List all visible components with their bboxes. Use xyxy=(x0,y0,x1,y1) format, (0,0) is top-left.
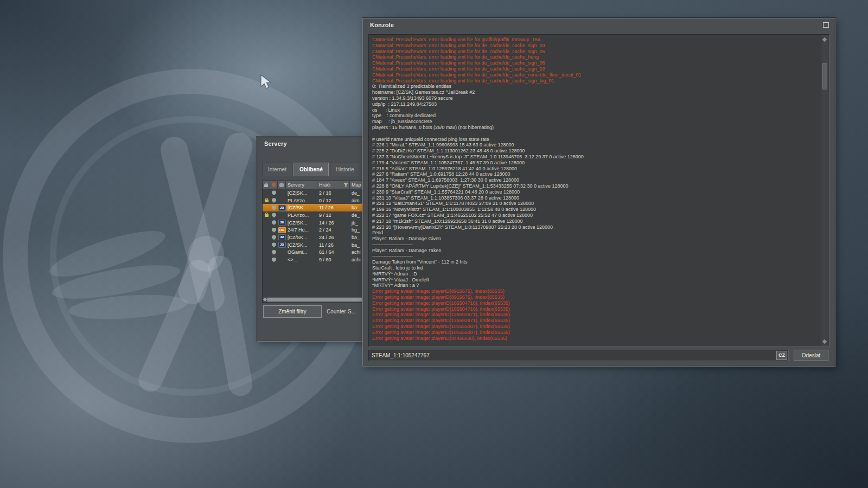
console-body: CMaterial::PrecacheVars: error loading v… xyxy=(368,34,829,347)
scroll-down-icon[interactable] xyxy=(822,339,827,344)
console-line: Error getting avatar image: playerID(165… xyxy=(372,306,818,312)
shield-icon xyxy=(272,258,276,262)
scroll-left-icon[interactable] xyxy=(263,298,267,301)
shield-icon xyxy=(272,206,276,210)
badge-cell: JB xyxy=(278,242,286,248)
console-line: CMaterial::PrecacheVars: error loading v… xyxy=(372,78,818,84)
change-filters-button[interactable]: Změnit filtry xyxy=(263,305,322,318)
server-badge: HG xyxy=(278,227,286,233)
console-line: os : Linux xyxy=(372,107,818,113)
server-players: 2 / 16 xyxy=(317,190,342,196)
password-cell xyxy=(263,198,270,202)
console-line: # userid name uniqueid connected ping lo… xyxy=(372,137,818,143)
console-line: # 217 18 "m1k3sh" STEAM_1:0:126923658 36… xyxy=(372,219,818,224)
password-column-header[interactable] xyxy=(263,181,270,189)
shield-icon xyxy=(272,183,276,188)
lock-icon xyxy=(264,184,268,187)
console-output: CMaterial::PrecacheVars: error loading v… xyxy=(369,35,821,346)
badge-cell: JB xyxy=(278,234,286,240)
console-line: # 226 1 "MoraL" STEAM_1:1:99606993 15:43… xyxy=(372,142,818,148)
shield-icon xyxy=(272,250,276,255)
console-line: Error getting avatar image: playerID(891… xyxy=(372,288,818,294)
console-input-row: STEAM_1:1:105247767 CZ Odeslat xyxy=(368,350,828,361)
bot-column-header[interactable] xyxy=(278,181,286,189)
servers-window-title: Servery xyxy=(264,140,287,147)
console-line: CMaterial::PrecacheVars: error loading v… xyxy=(372,72,818,78)
server-players: 24 / 26 xyxy=(317,235,342,240)
game-filter-label: Counter-S... xyxy=(327,309,356,314)
secure-cell xyxy=(270,258,278,262)
console-scrollbar[interactable] xyxy=(821,35,828,346)
password-cell xyxy=(263,213,270,217)
server-players: 9 / 12 xyxy=(317,213,342,218)
console-line: # 137 3 "NoCheatsNoKILL~kennyS is top :3… xyxy=(372,154,818,160)
console-line: StarCraft : lebo je to kid xyxy=(372,265,818,271)
console-line: Player: Ratiam - Damage Given xyxy=(372,236,818,242)
console-window-title: Konzole xyxy=(370,22,394,28)
secure-cell xyxy=(270,198,278,203)
server-badge: JB xyxy=(278,242,286,248)
console-line: # 222 17 "game FOX.cz" STEAM_1:1:4652510… xyxy=(372,213,818,219)
console-line: Error getting avatar image: playerID(126… xyxy=(372,318,818,324)
console-line: type : community dedicated xyxy=(372,113,818,119)
console-line: #end xyxy=(372,230,818,236)
players-column-header[interactable]: Hráči xyxy=(317,181,342,189)
console-line: # 227 6 "Ratiam" STEAM_1:0:691758 12:28 … xyxy=(372,171,818,177)
filter-column-header[interactable] xyxy=(342,181,350,189)
console-input[interactable]: STEAM_1:1:105247767 CZ xyxy=(368,350,789,361)
secure-cell xyxy=(270,235,278,240)
server-badge: JB xyxy=(278,220,286,226)
console-line: 0: Reinitialized 3 predictable entities xyxy=(372,84,818,89)
console-line: Damage Taken from "Vincent" - 112 in 2 h… xyxy=(372,259,818,265)
server-players: 11 / 26 xyxy=(317,242,342,248)
language-badge: CZ xyxy=(776,351,787,360)
server-name: PLAYzo... xyxy=(286,198,317,203)
server-players: 61 / 64 xyxy=(317,249,342,255)
console-line: CMaterial::PrecacheVars: error loading v… xyxy=(372,49,818,55)
shield-icon xyxy=(272,198,276,203)
badge-cell: JB xyxy=(278,205,286,211)
restore-window-icon[interactable] xyxy=(823,22,829,28)
server-name: PLAYzo... xyxy=(286,213,317,218)
lock-icon xyxy=(265,214,269,217)
send-button[interactable]: Odeslat xyxy=(794,350,828,361)
shield-icon xyxy=(272,228,276,233)
badge-cell: HG xyxy=(278,227,286,233)
console-line: # 215 5 "Adrian" STEAM_1:0:125976218 41:… xyxy=(372,166,818,172)
console-line: # 223 20 "[HovenArmy]DanixER" STEAM_1:0:… xyxy=(372,224,818,230)
console-line: # 179 4 "Vincent" STEAM_1:1:105247767 1:… xyxy=(372,160,818,166)
console-line: Error getting avatar image: playerID(165… xyxy=(372,300,818,306)
tab-favorites[interactable]: Oblíbené xyxy=(293,163,329,176)
shield-icon xyxy=(272,235,276,240)
shield-icon xyxy=(272,213,276,217)
console-line: CMaterial::PrecacheVars: error loading v… xyxy=(372,43,818,49)
console-line: Player: Ratiam - Damage Taken xyxy=(372,248,818,254)
console-line: # 230 9 "StarCraft" STEAM_1:1:55764221 0… xyxy=(372,189,818,195)
console-line: Error getting avatar image: playerID(444… xyxy=(372,336,818,342)
console-line: players : 15 humans, 0 bots (26/0 max) (… xyxy=(372,125,818,131)
servers-column-header[interactable]: Servery xyxy=(286,181,317,189)
console-line: udp/ip : 217.11.249.84:27583 xyxy=(372,101,818,107)
console-line: # 231 10 "VitaaJ" STEAM_1:1:103857306 03… xyxy=(372,195,818,201)
tab-internet[interactable]: Internet xyxy=(262,163,292,176)
funnel-icon xyxy=(343,183,348,187)
secure-cell xyxy=(270,250,278,255)
console-line: CMaterial::PrecacheVars: error loading v… xyxy=(372,66,818,72)
console-line: ------------------------- xyxy=(372,242,818,248)
console-line: # 199 16 "NowyMistrz" STEAM_1:1:10080385… xyxy=(372,207,818,213)
console-line: ------------------------- xyxy=(372,253,818,259)
console-line xyxy=(372,131,818,137)
secure-cell xyxy=(270,206,278,210)
scroll-up-icon[interactable] xyxy=(822,37,827,42)
tab-history[interactable]: Historie xyxy=(330,163,360,176)
console-line: # 228 8 "ONLY APÁRTMY Lupiček[CZE]" STEA… xyxy=(372,183,818,189)
secure-column-header[interactable] xyxy=(270,181,278,189)
scrollbar-thumb[interactable] xyxy=(822,63,827,89)
shield-icon xyxy=(272,190,276,195)
console-line: # 225 2 "DoDiZzKo" STEAM_1:1:113001262 2… xyxy=(372,148,818,154)
badge-cell: JB xyxy=(278,220,286,226)
mouse-cursor xyxy=(259,74,273,90)
shield-icon xyxy=(272,220,276,225)
console-line: *MRTVÝ* VitaaJ : Omeleft xyxy=(372,277,818,283)
secure-cell xyxy=(270,242,278,247)
